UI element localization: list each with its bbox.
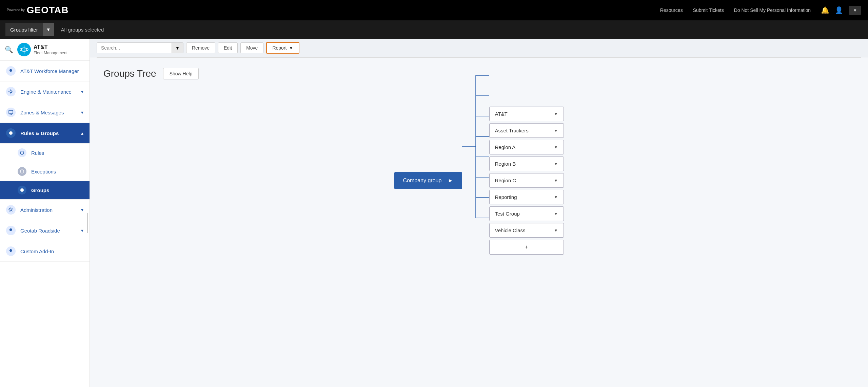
- custom-add-in-icon: [6, 246, 16, 256]
- vehicle-class-dropdown[interactable]: ▼: [554, 228, 558, 233]
- asset-trackers-label: Asset Trackers: [495, 128, 529, 133]
- sidebar-search-icon[interactable]: 🔍: [5, 45, 13, 54]
- att-node-dropdown[interactable]: ▼: [554, 112, 558, 116]
- region-c-dropdown[interactable]: ▼: [554, 178, 558, 183]
- svg-point-9: [20, 188, 24, 192]
- att-node-label: AT&T: [495, 111, 508, 117]
- region-c-label: Region C: [495, 178, 516, 183]
- sidebar-item-engine-maintenance[interactable]: Engine & Maintenance ▾: [0, 81, 90, 102]
- svg-point-4: [10, 91, 12, 93]
- region-b-label: Region B: [495, 161, 516, 167]
- att-node[interactable]: AT&T ▼: [489, 107, 564, 121]
- puzzle-icon: [6, 66, 16, 76]
- search-dropdown-button[interactable]: ▼: [172, 43, 183, 53]
- svg-point-6: [9, 131, 13, 135]
- user-dropdown[interactable]: ▼: [849, 6, 861, 15]
- region-a-dropdown[interactable]: ▼: [554, 145, 558, 150]
- svg-point-10: [10, 209, 12, 211]
- bell-icon[interactable]: 🔔: [821, 6, 829, 14]
- region-a-label: Region A: [495, 144, 516, 150]
- geotab-roadside-icon: [6, 226, 16, 235]
- sidebar-sub-label-exceptions: Exceptions: [31, 169, 56, 174]
- toolbar: ▼ Remove Edit Move Report ▼: [90, 39, 868, 57]
- test-group-dropdown[interactable]: ▼: [554, 211, 558, 216]
- sidebar-sub-item-groups[interactable]: Groups: [0, 181, 90, 200]
- groups-sub-icon: [18, 186, 26, 195]
- sidebar-item-administration[interactable]: Administration ▾: [0, 200, 90, 220]
- chevron-down-icon-4: ▾: [81, 228, 83, 233]
- company-group-label: Company group: [403, 178, 442, 184]
- report-button[interactable]: Report ▼: [266, 42, 299, 54]
- asset-trackers-node[interactable]: Asset Trackers ▼: [489, 123, 564, 138]
- zones-icon: [6, 108, 16, 117]
- sidebar-sub-label-rules: Rules: [31, 150, 44, 156]
- geotab-logo: GEOTAB: [27, 5, 69, 16]
- move-button[interactable]: Move: [240, 42, 263, 53]
- add-node-button[interactable]: +: [489, 240, 564, 255]
- exceptions-sub-icon: [18, 167, 26, 176]
- show-help-button[interactable]: Show Help: [163, 68, 199, 79]
- tree-inner: Company group ►: [394, 107, 564, 255]
- do-not-sell-link[interactable]: Do Not Sell My Personal Information: [734, 7, 811, 13]
- vehicle-class-label: Vehicle Class: [495, 227, 526, 233]
- region-c-node[interactable]: Region C ▼: [489, 173, 564, 188]
- connector-svg: [462, 62, 489, 232]
- submit-tickets-link[interactable]: Submit Tickets: [693, 7, 724, 13]
- reporting-dropdown[interactable]: ▼: [554, 195, 558, 200]
- svg-point-8: [20, 170, 24, 173]
- sidebar-item-rules-groups[interactable]: Rules & Groups ▴: [0, 123, 90, 144]
- sidebar-item-label-custom-add-in: Custom Add-In: [20, 248, 83, 254]
- sidebar-sub-item-exceptions[interactable]: Exceptions: [0, 162, 90, 181]
- logo-area: Powered by GEOTAB: [7, 5, 69, 16]
- vehicle-class-node[interactable]: Vehicle Class ▼: [489, 223, 564, 238]
- sidebar-item-custom-add-in[interactable]: Custom Add-In: [0, 241, 90, 262]
- sidebar-sub-label-groups: Groups: [31, 187, 49, 193]
- sidebar-item-label-zones: Zones & Messages: [20, 110, 76, 115]
- tree-container: Company group ►: [103, 93, 854, 268]
- remove-button[interactable]: Remove: [186, 42, 215, 53]
- chevron-down-icon-2: ▾: [81, 110, 83, 115]
- sidebar-sub-item-rules[interactable]: Rules: [0, 144, 90, 162]
- page-title: Groups Tree: [103, 68, 156, 79]
- svg-rect-5: [9, 110, 13, 114]
- content-area: ▼ Remove Edit Move Report ▼ Groups Tree …: [90, 39, 868, 387]
- powered-by-text: Powered by: [7, 8, 25, 12]
- reporting-node[interactable]: Reporting ▼: [489, 190, 564, 204]
- rules-sub-icon: [18, 148, 26, 157]
- page-content: Groups Tree Show Help Company group ►: [90, 58, 868, 278]
- att-logo-circle: [17, 43, 31, 56]
- att-logo-sub: Fleet Management: [34, 51, 67, 55]
- sidebar-item-att-workforce-manager[interactable]: AT&T Workforce Manager: [0, 61, 90, 81]
- region-b-dropdown[interactable]: ▼: [554, 162, 558, 166]
- sidebar-item-label-admin: Administration: [20, 207, 76, 213]
- connector-area: [462, 130, 489, 232]
- test-group-node[interactable]: Test Group ▼: [489, 206, 564, 221]
- search-input[interactable]: [97, 43, 172, 53]
- user-dropdown-arrow: ▼: [853, 8, 857, 13]
- test-group-label: Test Group: [495, 211, 520, 217]
- sidebar-scroll-indicator: [87, 213, 88, 233]
- groups-filter-button[interactable]: Groups filter: [5, 23, 43, 36]
- chevron-down-icon-3: ▾: [81, 207, 83, 213]
- region-a-node[interactable]: Region A ▼: [489, 140, 564, 154]
- asset-trackers-dropdown[interactable]: ▼: [554, 128, 558, 133]
- company-group-node[interactable]: Company group ►: [394, 172, 462, 189]
- region-b-node[interactable]: Region B ▼: [489, 156, 564, 171]
- top-nav-links: Resources Submit Tickets Do Not Sell My …: [660, 7, 811, 13]
- chevron-up-icon: ▴: [81, 130, 83, 136]
- main-layout: 🔍 AT&T Fleet Management: [0, 39, 868, 387]
- sidebar-item-label-att-workforce: AT&T Workforce Manager: [20, 68, 83, 74]
- user-icon[interactable]: 👤: [835, 6, 843, 14]
- engine-icon: [6, 87, 16, 96]
- groups-filter-dropdown-button[interactable]: ▼: [43, 23, 54, 36]
- admin-icon: [6, 205, 16, 215]
- edit-button[interactable]: Edit: [218, 42, 238, 53]
- all-groups-text: All groups selected: [61, 27, 104, 33]
- svg-point-7: [20, 151, 24, 154]
- sidebar: 🔍 AT&T Fleet Management: [0, 39, 90, 387]
- chevron-down-icon: ▾: [81, 89, 83, 94]
- resources-link[interactable]: Resources: [660, 7, 683, 13]
- sidebar-item-zones-messages[interactable]: Zones & Messages ▾: [0, 102, 90, 123]
- children-nodes: AT&T ▼ Asset Trackers ▼ Region A ▼: [489, 107, 564, 255]
- sidebar-item-geotab-roadside[interactable]: Geotab Roadside ▾: [0, 220, 90, 241]
